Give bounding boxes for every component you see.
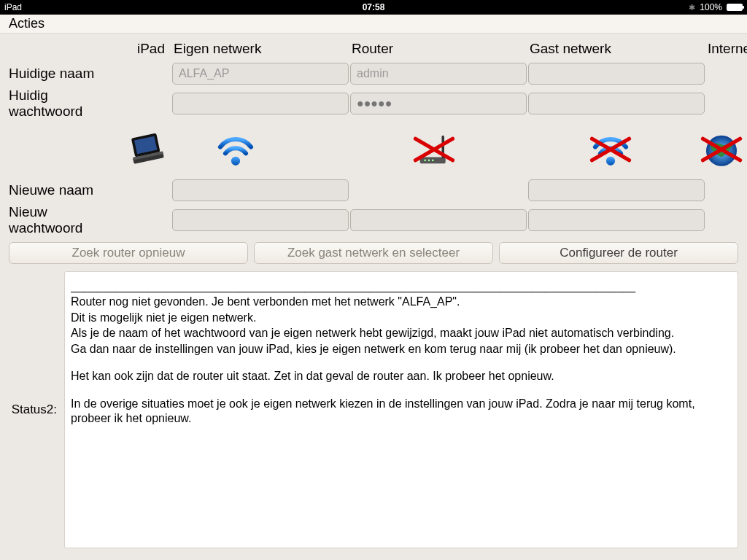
- new-values-grid: Nieuwe naam Nieuw wachtwoord: [9, 179, 738, 236]
- acties-menu[interactable]: Acties: [0, 15, 747, 34]
- own-network-password-input[interactable]: [172, 93, 349, 114]
- acties-label: Acties: [9, 16, 44, 31]
- router-password-input[interactable]: [350, 93, 527, 114]
- svg-point-4: [231, 157, 240, 166]
- ios-status-bar: iPad 07:58 ✱ 100%: [0, 0, 747, 15]
- new-guest-network-name-input[interactable]: [528, 179, 705, 201]
- header-guest-network: Gast netwerk: [528, 41, 705, 60]
- router-icon: [414, 129, 454, 170]
- find-guest-network-button[interactable]: Zoek gast netwerk en selecteer: [254, 242, 493, 264]
- svg-point-11: [706, 136, 737, 166]
- ipad-device-icon: [126, 129, 167, 170]
- header-router: Router: [350, 41, 527, 60]
- configure-router-button[interactable]: Configureer de router: [499, 242, 738, 264]
- status-time: 07:58: [363, 2, 385, 12]
- svg-point-10: [606, 157, 615, 166]
- status-icon-row: [9, 124, 738, 175]
- battery-percent: 100%: [700, 2, 722, 12]
- router-name-input[interactable]: [350, 63, 527, 85]
- new-guest-network-password-input[interactable]: [528, 209, 705, 231]
- svg-rect-6: [442, 136, 445, 159]
- find-router-button[interactable]: Zoek router opnieuw: [9, 242, 248, 264]
- status-line: Router nog niet gevonden. Je bent verbon…: [71, 295, 732, 309]
- guest-network-password-input[interactable]: [528, 93, 705, 114]
- header-internet: Internet: [706, 41, 747, 60]
- status-line: Dit is mogelijk niet je eigen netwerk.: [71, 311, 732, 325]
- wifi-own-icon: [215, 129, 256, 170]
- svg-point-8: [428, 160, 430, 162]
- label-new-password: Nieuw wachtwoord: [9, 204, 124, 236]
- label-new-name: Nieuwe naam: [9, 182, 124, 198]
- status-line: Ga dan naar de instellingen van jouw iPa…: [71, 342, 732, 357]
- bluetooth-icon: ✱: [689, 3, 695, 12]
- wifi-guest-icon: [590, 129, 631, 170]
- svg-point-9: [432, 160, 434, 162]
- svg-point-7: [424, 160, 426, 162]
- internet-globe-icon: [701, 129, 742, 170]
- status-line: Als je de naam of het wachtwoord van je …: [71, 326, 732, 341]
- own-network-name-input[interactable]: [172, 63, 349, 85]
- action-button-row: Zoek router opnieuw Zoek gast netwerk en…: [9, 242, 738, 264]
- new-router-password-input[interactable]: [350, 209, 527, 231]
- network-grid: iPad Eigen netwerk Router Gast netwerk I…: [9, 41, 738, 120]
- status-text-box[interactable]: ________________________________________…: [64, 271, 738, 548]
- label-current-password: Huidig wachtwoord: [9, 88, 124, 120]
- new-own-network-name-input[interactable]: [172, 179, 349, 201]
- status-line: Het kan ook zijn dat de router uit staat…: [71, 369, 732, 384]
- header-own-network: Eigen netwerk: [172, 41, 349, 60]
- battery-icon: [727, 4, 743, 11]
- header-ipad: iPad: [125, 41, 171, 60]
- guest-network-name-input[interactable]: [528, 63, 705, 85]
- status-rule: ________________________________________…: [71, 279, 732, 294]
- status-device: iPad: [4, 2, 22, 12]
- new-own-network-password-input[interactable]: [172, 209, 349, 231]
- status-line: In de overige situaties moet je ook je e…: [71, 397, 732, 427]
- label-current-name: Huidige naam: [9, 66, 124, 82]
- status2-label: Status2:: [9, 271, 60, 417]
